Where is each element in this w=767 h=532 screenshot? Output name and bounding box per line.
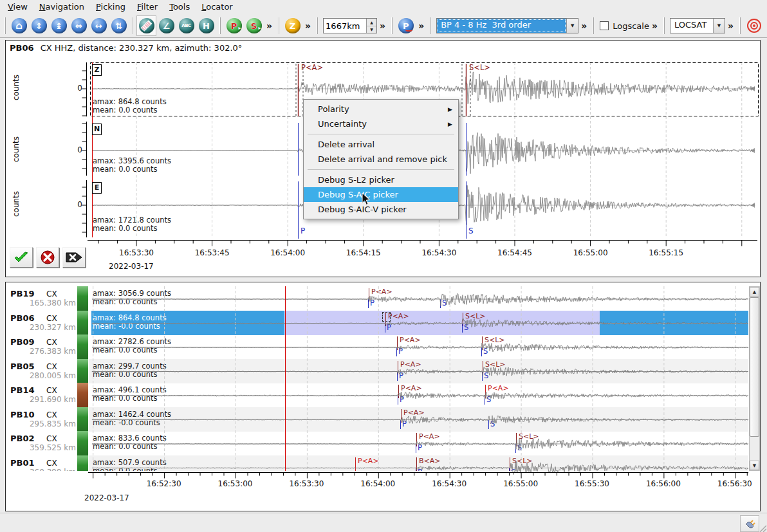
arrival-marker-line[interactable]	[401, 409, 402, 423]
menu-item-debug-s-aic-picker[interactable]: Debug S-AIC picker	[304, 187, 458, 202]
station-code[interactable]: PB01	[10, 458, 35, 468]
arrival-marker-line[interactable]	[369, 288, 369, 302]
pick-marker-label[interactable]: P	[387, 324, 391, 333]
trace-list-panel[interactable]: PB19CX165.380 kmamax: 3056.9 counts mean…	[5, 282, 761, 511]
menu-item-debug-s-aic-v-picker[interactable]: Debug S-AIC-V picker	[304, 202, 458, 217]
pick-marker-line[interactable]	[368, 299, 369, 308]
pick-marker-label[interactable]: P	[370, 299, 374, 308]
station-code[interactable]: PB14	[10, 385, 35, 395]
time-fit-button[interactable]: ↔	[89, 15, 109, 36]
overflow-chevron[interactable]: »	[266, 21, 272, 31]
toolbar-handle[interactable]	[5, 17, 6, 34]
phase-label-button[interactable]: ABC	[176, 15, 196, 36]
station-code[interactable]: PB02	[10, 434, 35, 443]
pick-marker-label[interactable]: P	[400, 396, 404, 405]
time-zoom-button[interactable]: ⇔	[69, 15, 89, 36]
locator-select[interactable]: LOCSAT ▼	[670, 18, 725, 33]
scrollbar-thumb[interactable]	[750, 297, 759, 437]
menu-item-polarity[interactable]: Polarity▶	[304, 102, 458, 116]
arrival-marker-label[interactable]: S<L>	[485, 360, 506, 369]
home-button[interactable]: ⌂	[9, 15, 29, 36]
toolbar-handle[interactable]	[593, 17, 594, 34]
overflow-chevron[interactable]: »	[380, 21, 385, 31]
arrival-marker-line[interactable]	[483, 361, 483, 374]
pick-marker-line[interactable]	[509, 468, 510, 472]
offset-button[interactable]: H	[196, 15, 216, 36]
menu-filter[interactable]: Filter	[132, 1, 164, 14]
menu-item-delete-arrival-and-remove-pick[interactable]: Delete arrival and remove pick	[304, 152, 458, 167]
arrival-marker-label[interactable]: P<A>	[371, 288, 393, 296]
arrival-marker-label[interactable]: S<L>	[465, 312, 486, 320]
toolbar-handle[interactable]	[739, 17, 741, 34]
scroll-up-button[interactable]: ▲	[750, 287, 759, 297]
pick-marker-line[interactable]	[416, 468, 416, 472]
arrival-marker-line[interactable]	[398, 361, 398, 374]
arrival-marker-label[interactable]: P<A>	[388, 312, 409, 320]
arrival-marker-line[interactable]	[416, 457, 417, 471]
menu-tools[interactable]: Tools	[164, 1, 196, 14]
arrival-marker-line[interactable]	[510, 457, 510, 471]
arrival-marker-label[interactable]: P<A>	[403, 408, 425, 417]
distance-input[interactable]	[324, 19, 366, 33]
arrival-marker-label[interactable]: S<L>	[519, 432, 539, 441]
arrival-marker-label[interactable]: P<A>	[400, 360, 421, 369]
pick-marker-label[interactable]: P	[418, 444, 422, 453]
arrival-marker-label[interactable]: P<A>	[401, 384, 422, 392]
row-height-button[interactable]: ⇅	[109, 15, 129, 36]
spin-down-icon[interactable]: ▼	[367, 26, 376, 33]
pick-marker-label[interactable]: S	[517, 444, 522, 453]
menu-item-delete-arrival[interactable]: Delete arrival	[304, 137, 458, 152]
arrival-marker-label[interactable]: P<A>	[419, 432, 440, 441]
overflow-chevron[interactable]: »	[418, 21, 424, 31]
pick-marker-label[interactable]: P	[398, 347, 403, 356]
pick-marker-line[interactable]	[462, 324, 463, 333]
distance-spinbox[interactable]: ▲ ▼	[323, 18, 377, 33]
arrival-marker-line[interactable]	[416, 433, 417, 446]
toolbar-handle[interactable]	[663, 17, 665, 34]
pick-marker-line[interactable]	[485, 396, 485, 405]
amplitude-fit-button[interactable]: ↨	[49, 15, 69, 36]
arrival-marker-label[interactable]: B<A>	[419, 457, 441, 465]
arrival-marker-line[interactable]	[398, 385, 399, 398]
station-code[interactable]: PB06	[10, 313, 35, 323]
pick-marker-label[interactable]: S	[442, 299, 447, 308]
accept-button[interactable]	[10, 247, 33, 268]
overflow-chevron[interactable]: »	[581, 21, 587, 31]
toolbar-handle[interactable]	[132, 17, 133, 34]
toolbar-handle[interactable]	[430, 17, 431, 34]
pick-marker-line[interactable]	[481, 347, 482, 356]
pick-marker-line[interactable]	[385, 324, 385, 333]
pick-marker-label[interactable]: S	[484, 372, 488, 381]
arrival-marker-label[interactable]: P<A>	[400, 336, 421, 344]
reject-button[interactable]	[36, 247, 59, 268]
component-box-n[interactable]: N	[92, 124, 102, 135]
station-code[interactable]: PB09	[10, 337, 35, 347]
arrival-marker-label[interactable]: P<A>	[358, 457, 379, 465]
pick-marker-line[interactable]	[440, 299, 441, 308]
pick-marker-label[interactable]: P	[418, 468, 422, 472]
scroll-down-button[interactable]: ▼	[750, 461, 759, 470]
station-code[interactable]: PB10	[10, 410, 35, 419]
menu-navigation[interactable]: Navigation	[34, 1, 91, 14]
toolbar-handle[interactable]	[219, 17, 221, 34]
checkbox-icon[interactable]	[600, 21, 609, 30]
arrival-marker-label[interactable]: S<L>	[512, 457, 533, 465]
angle-button[interactable]: ∠	[156, 15, 176, 36]
station-row-pb10[interactable]: PB10CX295.835 kmamax: 1462.4 counts mean…	[6, 407, 750, 432]
pick-marker-line[interactable]	[398, 396, 398, 405]
filter-select[interactable]: BP 4 - 8 Hz 3rd order ▼	[436, 18, 578, 33]
toolbar-handle[interactable]	[317, 17, 318, 34]
connection-status-button[interactable]	[740, 515, 759, 532]
locator-dropdown-icon[interactable]: ▼	[713, 19, 725, 33]
arrival-marker-line[interactable]	[355, 457, 356, 471]
station-row-pb09[interactable]: PB09CX276.383 kmamax: 2782.6 counts mean…	[6, 335, 750, 359]
filter-dropdown-icon[interactable]: ▼	[566, 19, 578, 33]
station-row-pb06[interactable]: PB06CX230.327 kmamax: 864.8 counts mean:…	[6, 311, 750, 335]
station-row-pb14[interactable]: PB14CX291.690 kmamax: 496.1 counts mean:…	[6, 383, 750, 407]
menu-item-debug-s-l2-picker[interactable]: Debug S-L2 picker	[304, 172, 458, 187]
vertical-scrollbar[interactable]: ▲ ▼	[749, 286, 760, 471]
pick-marker-label[interactable]: S	[483, 347, 488, 356]
pick-marker-line[interactable]	[400, 420, 401, 429]
menu-view[interactable]: View	[3, 1, 34, 14]
skip-trace-button[interactable]	[62, 247, 86, 268]
